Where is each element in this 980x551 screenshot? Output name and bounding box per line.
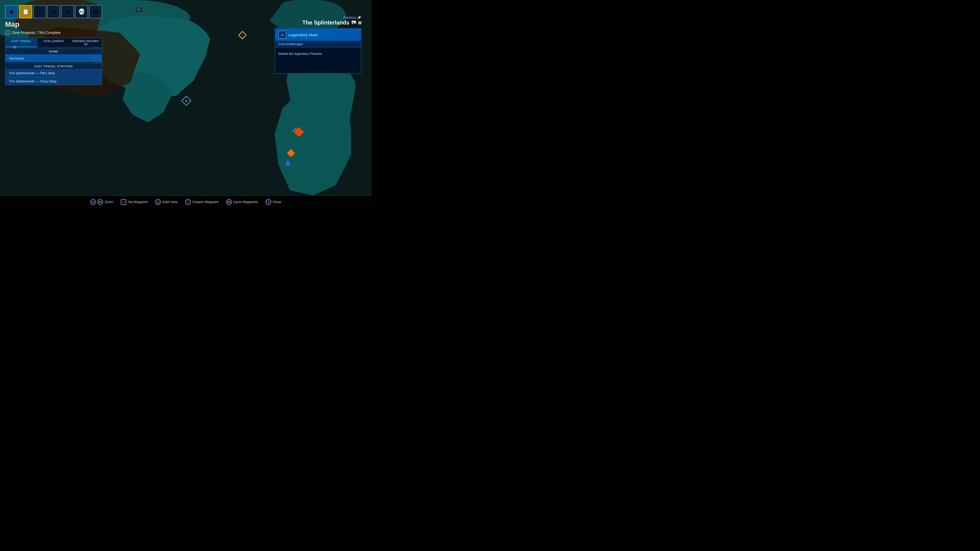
- challenge-title: Legendary Hunt: [288, 33, 318, 37]
- tab-fast-travel[interactable]: FAST TRAVEL: [5, 38, 38, 47]
- area-name: The Splinterlands 🗺 ⊞: [275, 19, 361, 26]
- fast-travel-item-2[interactable]: The Splinterlands — Chop Shop: [5, 77, 102, 85]
- map-title: Map: [5, 21, 102, 29]
- left-panel: ◆ 📋 🛡 ⚙ ✦ 💀 ✿ Map ⊙ Zone Progress: 73% C…: [5, 5, 102, 86]
- tab-friends[interactable]: FRIENDS NEARBY (0): [70, 38, 102, 47]
- circle-btn-icon: ○: [185, 199, 191, 205]
- action-close: ⊙ Close: [266, 199, 281, 205]
- map-icon: 🗺: [352, 20, 356, 25]
- challenge-subtitle: Crew Challenges: [275, 41, 361, 48]
- nav-icon-cog2[interactable]: ✿: [89, 5, 102, 18]
- player-marker: ◆: [183, 97, 190, 104]
- action-set-waypoint: □ Set Waypoint: [121, 199, 148, 205]
- challenge-description: Defeat the legendary Phoenix.: [275, 48, 361, 73]
- close-btn-icon: ⊙: [266, 199, 271, 205]
- land-bottom-right: [275, 94, 351, 195]
- action-zoom: L2 R2 Zoom: [90, 199, 113, 205]
- challenge-box: ☠ Legendary Hunt Crew Challenges Defeat …: [275, 28, 361, 74]
- nav-icon-gear[interactable]: ⚙: [47, 5, 60, 18]
- dpad-icon: ✛: [13, 44, 17, 50]
- bottom-bar: L2 R2 Zoom □ Set Waypoint △ Orbit View ○…: [0, 195, 372, 208]
- nav-icon-skull[interactable]: 💀: [75, 5, 88, 18]
- top-nav: ◆ 📋 🛡 ⚙ ✦ 💀 ✿: [5, 5, 102, 18]
- tab-challenges[interactable]: CHALLENGES: [38, 38, 70, 47]
- home-section-header: HOME: [5, 48, 102, 54]
- tab-bar: FAST TRAVEL CHALLENGES FRIENDS NEARBY (0…: [5, 38, 102, 48]
- nav-icon-shield[interactable]: 🛡: [33, 5, 46, 18]
- planet-name: Pandora 🪐: [275, 15, 361, 19]
- right-panel: Pandora 🪐 The Splinterlands 🗺 ⊞ ☠ Legend…: [275, 15, 361, 74]
- planet-icon: 🪐: [357, 15, 361, 19]
- l2-btn-icon: L2: [90, 199, 96, 205]
- triangle-btn-icon: △: [155, 199, 161, 205]
- action-custom-waypoint: ○ Custom Waypoint: [185, 199, 218, 205]
- action-orbit-view: △ Orbit View: [155, 199, 178, 205]
- home-sanctuary-item[interactable]: Sanctuary: [5, 54, 102, 62]
- r1-button[interactable]: R1: [135, 7, 142, 12]
- progress-icon: ⊙: [5, 30, 10, 35]
- waypoint-marker-gold: [239, 32, 245, 38]
- r3-btn-icon: R3: [226, 199, 232, 205]
- key-marker: 🗝️: [292, 127, 298, 132]
- zone-progress: ⊙ Zone Progress: 73% Complete: [5, 30, 102, 35]
- challenge-title-bar: ☠ Legendary Hunt: [275, 29, 361, 41]
- location-header: Pandora 🪐 The Splinterlands 🗺 ⊞: [275, 15, 361, 26]
- nav-icon-medal[interactable]: ✦: [61, 5, 74, 18]
- fast-travel-item-1[interactable]: The Splinterlands — Pitt's Stop: [5, 69, 102, 77]
- nav-icon-diamond[interactable]: ◆: [5, 5, 18, 18]
- square-btn-icon: □: [121, 199, 126, 205]
- r2-btn-icon: R2: [97, 199, 103, 205]
- arrow-up-marker: [288, 162, 294, 168]
- challenge-icon: ☠: [278, 30, 286, 39]
- action-cycle-waypoints: R3 Cycle Waypoints: [226, 199, 258, 205]
- nav-icon-quest[interactable]: 📋: [19, 5, 32, 18]
- layer-icon: ⊞: [358, 21, 361, 25]
- diamond-marker-orange: [288, 150, 294, 156]
- fast-travel-section-header: FAST TRAVEL STATIONS: [5, 63, 102, 69]
